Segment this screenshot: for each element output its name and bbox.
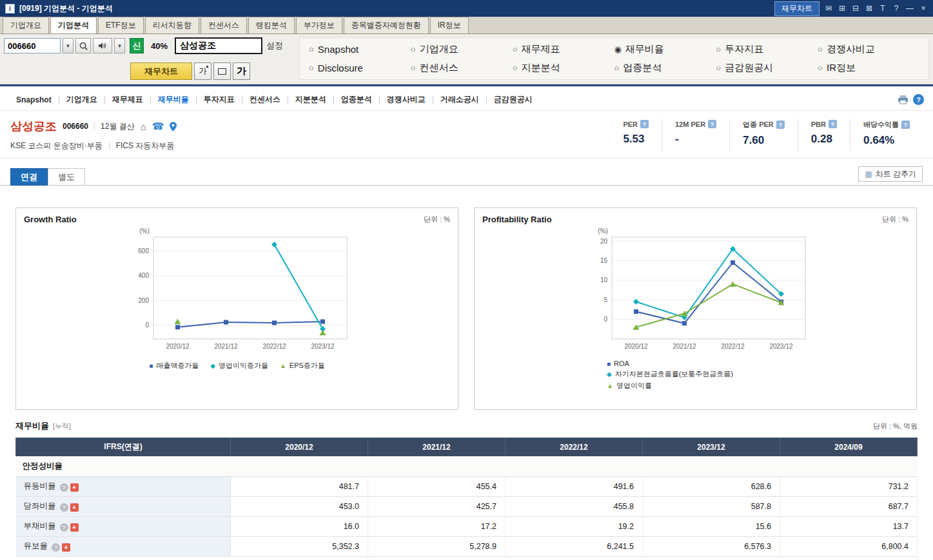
metric-label: PER: [623, 121, 638, 128]
svg-text:(%): (%): [598, 227, 608, 235]
main-tab-3[interactable]: 리서치동향: [145, 17, 199, 34]
value-cell: 6,241.5: [506, 536, 643, 556]
radio-option[interactable]: ○컨센서스: [411, 62, 513, 74]
radio-option[interactable]: ○투자지표: [716, 43, 818, 55]
location-pin-icon[interactable]: [170, 122, 177, 131]
main-tab-7[interactable]: 종목별증자예정현황: [344, 17, 429, 34]
subnav-item[interactable]: 거래소공시: [433, 94, 486, 105]
main-tab-0[interactable]: 기업개요: [3, 17, 49, 34]
value-cell: 587.8: [643, 496, 780, 516]
main-tab-2[interactable]: ETF정보: [98, 17, 144, 34]
radio-unselected-icon: ○: [818, 63, 823, 73]
help-icon[interactable]: ?: [52, 543, 60, 552]
text-tool-icon[interactable]: T: [878, 4, 887, 13]
radio-option[interactable]: ○금감원공시: [716, 62, 818, 74]
help-icon[interactable]: ?: [892, 4, 901, 13]
mail-icon[interactable]: ✉: [824, 4, 833, 13]
help-icon[interactable]: ?: [829, 120, 837, 128]
radio-option[interactable]: ○경쟁사비교: [818, 43, 919, 55]
value-cell: 15.6: [643, 516, 780, 536]
finance-chart-button[interactable]: 재무차트: [130, 63, 192, 80]
subnav-item[interactable]: 재무비율: [151, 94, 196, 105]
hide-chart-button[interactable]: ▦ 차트 감추기: [858, 166, 923, 182]
help-icon[interactable]: ?: [901, 121, 910, 129]
radio-option[interactable]: ○Disclosure: [309, 63, 411, 73]
cascade-windows-icon[interactable]: ⊟: [851, 4, 860, 13]
legend-label: 영업이익률: [616, 381, 652, 391]
subnav-actions: ?: [898, 94, 924, 105]
divider: [94, 122, 95, 130]
main-tab-4[interactable]: 컨센서스: [201, 17, 247, 34]
radio-option[interactable]: ○기업개요: [411, 43, 513, 55]
help-icon[interactable]: ?: [60, 523, 68, 532]
row-label: 부채비율: [24, 521, 56, 530]
view-tab[interactable]: 연결: [10, 168, 48, 186]
legend-label: 자기자본현금흐름률(보통주현금흐름): [615, 369, 733, 379]
subnav-item[interactable]: 투자지표: [197, 94, 242, 105]
company-name-row: 삼성공조 006660 12월 결산 ⌂ ☎: [10, 119, 177, 134]
stock-code-input[interactable]: [4, 38, 61, 53]
minimize-icon[interactable]: —: [905, 4, 914, 13]
column-header: 2023/12: [643, 438, 780, 456]
svg-text:2020/12: 2020/12: [166, 343, 190, 350]
radio-option[interactable]: ○지분분석: [513, 62, 614, 74]
print-button[interactable]: [898, 95, 908, 104]
subnav-item[interactable]: 컨센서스: [242, 94, 288, 105]
font-smaller-button[interactable]: 가 ▲: [194, 63, 211, 80]
value-cell: 17.2: [368, 516, 506, 536]
section-label: 안정성비율: [16, 456, 918, 476]
svg-text:20: 20: [600, 238, 607, 245]
help-icon[interactable]: ?: [60, 483, 68, 492]
svg-text:2020/12: 2020/12: [624, 343, 648, 350]
profitability-ratio-chart: 05101520(%)2020/122021/122022/122023/12: [483, 226, 908, 358]
fit-size-button[interactable]: [213, 63, 231, 80]
value-cell: 455.8: [506, 496, 643, 516]
screen-icon[interactable]: ⊠: [865, 4, 874, 13]
help-icon[interactable]: ?: [708, 120, 716, 128]
radio-option[interactable]: ◉재무비율: [614, 43, 716, 55]
subnav-item[interactable]: 기업개요: [59, 94, 104, 105]
expand-icon[interactable]: +: [62, 543, 70, 552]
close-icon[interactable]: ×: [919, 4, 928, 13]
help-icon[interactable]: ?: [640, 120, 649, 128]
subnav-item[interactable]: 업종분석: [334, 94, 379, 105]
expand-icon[interactable]: +: [70, 523, 79, 532]
speaker-dropdown-icon[interactable]: ▼: [114, 38, 125, 53]
radio-option[interactable]: ○재무제표: [513, 43, 614, 55]
tile-windows-icon[interactable]: ⊞: [838, 4, 847, 13]
view-tab[interactable]: 별도: [48, 168, 85, 186]
home-icon[interactable]: ⌂: [141, 121, 146, 132]
radio-option[interactable]: ○Snapshot: [309, 44, 411, 55]
stock-name-input[interactable]: [175, 37, 262, 54]
font-larger-button[interactable]: 가: [233, 63, 250, 80]
titlebar-finance-chart-button[interactable]: 재무차트: [774, 1, 820, 16]
subnav-item[interactable]: 금감원공시: [487, 94, 540, 105]
main-tab-1[interactable]: 기업분석: [50, 17, 97, 34]
stock-code-dropdown-icon[interactable]: ▼: [63, 38, 74, 53]
metric-value: 5.53: [623, 133, 649, 146]
main-tab-5[interactable]: 랭킹분석: [248, 17, 295, 34]
expand-icon[interactable]: +: [70, 503, 79, 512]
phone-icon[interactable]: ☎: [152, 121, 164, 132]
help-icon[interactable]: ?: [776, 121, 785, 129]
radio-option[interactable]: ○IR정보: [818, 62, 919, 74]
subnav-item[interactable]: 경쟁사비교: [380, 94, 433, 105]
metric: 배당수익률?0.64%: [850, 119, 923, 151]
main-tab-6[interactable]: 부가정보: [296, 17, 342, 34]
subnav-item[interactable]: 재무제표: [105, 94, 150, 105]
subnav-item[interactable]: Snapshot: [9, 95, 59, 104]
settings-label[interactable]: 설정: [266, 40, 283, 52]
help-icon[interactable]: ?: [60, 503, 68, 512]
speaker-button[interactable]: [93, 38, 112, 53]
metric-value: 0.28: [811, 133, 837, 146]
expand-icon[interactable]: +: [70, 483, 79, 492]
radio-option[interactable]: ○업종분석: [614, 62, 716, 74]
search-button[interactable]: [75, 38, 91, 53]
subnav-item[interactable]: 지분분석: [288, 94, 333, 105]
help-button[interactable]: ?: [913, 94, 924, 105]
financial-table-body: 안정성비율유동비율?+481.7455.4491.6628.6731.2당좌비율…: [16, 456, 918, 556]
profitability-ratio-legend: ■ROA◆자기자본현금흐름률(보통주현금흐름)▲영업이익률: [475, 360, 916, 391]
chart-title: Growth Ratio: [24, 215, 77, 224]
main-tab-8[interactable]: IR정보: [430, 17, 469, 34]
metric: PBR?0.28: [798, 119, 850, 151]
